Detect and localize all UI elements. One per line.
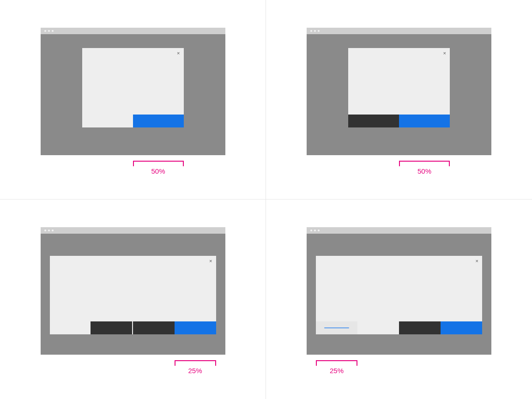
- window-dot: [48, 30, 50, 32]
- window-dot: [52, 30, 54, 32]
- close-icon[interactable]: ×: [443, 51, 446, 56]
- annotation-label: 50%: [133, 167, 184, 175]
- bracket-icon: [133, 161, 184, 166]
- browser-titlebar: [307, 227, 491, 234]
- width-annotation: 50%: [41, 161, 225, 179]
- bracket-icon: [399, 161, 450, 166]
- primary-button[interactable]: [175, 321, 216, 334]
- dialog: ×: [316, 256, 482, 334]
- browser-mockup: ×: [307, 227, 491, 355]
- browser-titlebar: [41, 28, 225, 34]
- window-dot: [48, 230, 50, 231]
- link-text-placeholder: [324, 327, 349, 328]
- window-dot: [318, 230, 320, 231]
- close-icon[interactable]: ×: [177, 51, 180, 56]
- browser-mockup: ×: [307, 28, 491, 155]
- browser-viewport: ×: [307, 234, 491, 355]
- diagram-cell-2: × 50%: [266, 0, 532, 200]
- browser-viewport: ×: [41, 34, 225, 155]
- diagram-cell-3: × 25%: [0, 200, 266, 399]
- secondary-button[interactable]: [133, 321, 175, 334]
- bracket-icon: [316, 360, 357, 366]
- secondary-button[interactable]: [91, 321, 132, 334]
- tertiary-button[interactable]: [316, 321, 357, 334]
- window-dot: [310, 230, 312, 231]
- width-annotation: 25%: [41, 360, 225, 379]
- dialog-button-row: [348, 115, 450, 127]
- diagram-cell-1: × 50%: [0, 0, 266, 200]
- window-dot: [318, 30, 320, 32]
- browser-mockup: ×: [41, 227, 225, 355]
- browser-titlebar: [307, 28, 491, 34]
- secondary-button[interactable]: [348, 115, 399, 127]
- secondary-button[interactable]: [399, 321, 441, 334]
- bracket-icon: [175, 360, 216, 366]
- dialog-button-row: [133, 115, 184, 127]
- primary-button[interactable]: [133, 115, 184, 127]
- dialog-button-row: [399, 321, 482, 334]
- window-dot: [44, 230, 46, 231]
- browser-viewport: ×: [41, 234, 225, 355]
- browser-mockup: ×: [41, 28, 225, 155]
- window-dot: [310, 30, 312, 32]
- dialog: ×: [348, 48, 450, 127]
- dialog: ×: [82, 48, 184, 127]
- dialog: ×: [50, 256, 216, 334]
- width-annotation: 50%: [307, 161, 491, 179]
- width-annotation: 25%: [307, 360, 491, 379]
- window-dot: [52, 230, 54, 231]
- annotation-label: 50%: [399, 167, 450, 175]
- close-icon[interactable]: ×: [209, 259, 212, 264]
- browser-viewport: ×: [307, 34, 491, 155]
- dialog-button-row: [91, 321, 216, 334]
- window-dot: [44, 30, 46, 32]
- annotation-label: 25%: [175, 367, 216, 375]
- window-dot: [314, 230, 316, 231]
- browser-titlebar: [41, 227, 225, 234]
- primary-button[interactable]: [399, 115, 450, 127]
- diagram-grid: × 50% ×: [0, 0, 532, 399]
- annotation-label: 25%: [316, 367, 357, 375]
- primary-button[interactable]: [441, 321, 482, 334]
- window-dot: [314, 30, 316, 32]
- close-icon[interactable]: ×: [476, 259, 478, 264]
- diagram-cell-4: × 25%: [266, 200, 532, 399]
